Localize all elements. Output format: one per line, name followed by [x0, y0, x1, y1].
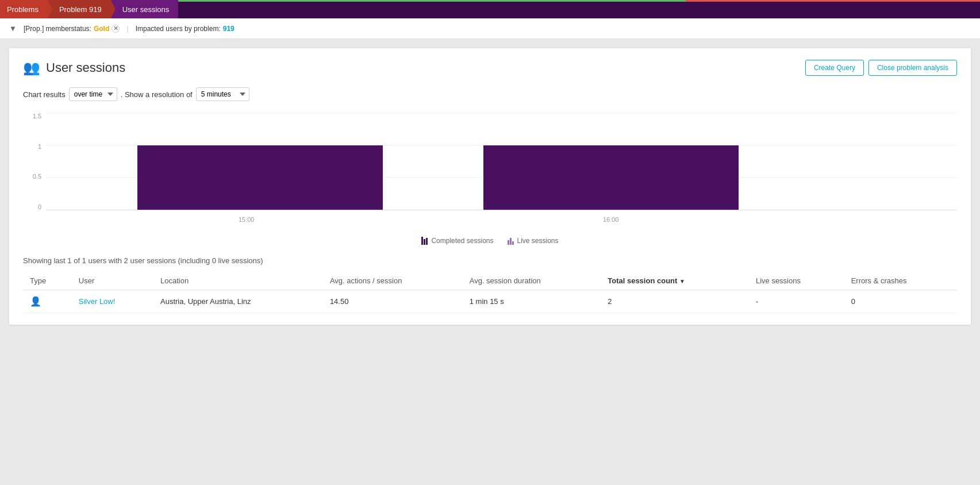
time-select[interactable]: over time — [69, 87, 117, 101]
legend-live-label: Live sessions — [517, 237, 559, 245]
filter-problem-link[interactable]: 919 — [223, 25, 235, 33]
chart-controls: Chart results over time . Show a resolut… — [23, 87, 957, 101]
cell-live-sessions: - — [749, 290, 844, 313]
table-body: 👤 Silver Low! Austria, Upper Austria, Li… — [23, 290, 957, 313]
header-buttons: Create Query Close problem analysis — [805, 60, 957, 76]
chart-area — [46, 113, 957, 210]
legend-live: Live sessions — [508, 237, 559, 245]
showing-text: Showing last 1 of 1 users with 2 user se… — [23, 256, 957, 265]
breadcrumb-item-problem919[interactable]: Problem 919 — [48, 0, 111, 18]
main-content: 👥 User sessions Create Query Close probl… — [9, 48, 971, 325]
col-location: Location — [153, 272, 323, 290]
create-query-button[interactable]: Create Query — [805, 60, 864, 76]
breadcrumb: Problems Problem 919 User sessions — [0, 0, 178, 18]
user-link[interactable]: Silver Low! — [79, 297, 116, 306]
col-errors: Errors & crashes — [844, 272, 957, 290]
page-title: User sessions — [46, 60, 125, 75]
filter-problem-tag: Impacted users by problem: 919 — [136, 25, 235, 33]
col-avg-duration: Avg. session duration — [463, 272, 601, 290]
live-sessions-icon — [508, 237, 514, 245]
col-total-sessions[interactable]: Total session count ▼ — [601, 272, 749, 290]
cell-total-sessions: 2 — [601, 290, 749, 313]
legend-completed-label: Completed sessions — [431, 237, 493, 245]
page-title-row: 👥 User sessions — [23, 60, 125, 76]
y-label-0: 0 — [38, 203, 41, 210]
filter-separator: | — [126, 24, 128, 33]
filter-tag-label: [Prop.] memberstatus: — [24, 25, 91, 33]
col-live-sessions: Live sessions — [749, 272, 844, 290]
content-header: 👥 User sessions Create Query Close probl… — [23, 60, 957, 76]
chart-bar-2 — [483, 145, 739, 210]
x-label-16: 16:00 — [603, 216, 619, 223]
table-header: Type User Location Avg. actions / sessio… — [23, 272, 957, 290]
filter-tag-memberstatus: [Prop.] memberstatus: Gold ✕ — [24, 25, 120, 33]
breadcrumb-item-problems[interactable]: Problems — [0, 0, 48, 18]
cell-errors: 0 — [844, 290, 957, 313]
cell-type: 👤 — [23, 290, 72, 313]
chart-container: 1.5 1 0.5 0 15:00 16:00 — [23, 113, 957, 228]
data-table: Type User Location Avg. actions / sessio… — [23, 272, 957, 313]
cell-avg-actions: 14.50 — [323, 290, 463, 313]
chart-y-axis: 1.5 1 0.5 0 — [23, 113, 46, 210]
resolution-label: . Show a resolution of — [121, 90, 193, 99]
filter-problem-label: Impacted users by problem: — [136, 25, 221, 33]
user-type-icon: 👤 — [30, 297, 41, 306]
resolution-select[interactable]: 5 minutes 10 minutes 30 minutes — [196, 87, 249, 101]
col-type: Type — [23, 272, 72, 290]
grid-line-top — [46, 113, 957, 113]
legend-completed: Completed sessions — [421, 237, 493, 245]
filter-icon: ▼ — [9, 24, 17, 33]
sort-arrow-icon: ▼ — [679, 278, 685, 284]
chart-bar-1 — [137, 145, 383, 210]
table-row: 👤 Silver Low! Austria, Upper Austria, Li… — [23, 290, 957, 313]
breadcrumb-item-usersessions[interactable]: User sessions — [111, 0, 179, 18]
filter-tag-close-button[interactable]: ✕ — [112, 25, 120, 33]
y-label-0.5: 0.5 — [33, 173, 41, 180]
filter-tag-value: Gold — [94, 25, 109, 33]
filter-bar: ▼ [Prop.] memberstatus: Gold ✕ | Impacte… — [0, 18, 980, 39]
completed-sessions-icon — [421, 237, 428, 245]
y-label-1.5: 1.5 — [33, 113, 41, 120]
cell-avg-duration: 1 min 15 s — [463, 290, 601, 313]
col-user: User — [72, 272, 153, 290]
x-label-15: 15:00 — [239, 216, 255, 223]
top-bar: Problems Problem 919 User sessions — [0, 0, 980, 18]
cell-location: Austria, Upper Austria, Linz — [153, 290, 323, 313]
y-label-1: 1 — [38, 143, 41, 150]
chart-legend: Completed sessions Live sessions — [23, 237, 957, 245]
cell-user: Silver Low! — [72, 290, 153, 313]
users-icon: 👥 — [23, 60, 40, 76]
chart-x-axis: 15:00 16:00 — [46, 216, 957, 228]
chart-results-label: Chart results — [23, 90, 66, 99]
col-avg-actions: Avg. actions / session — [323, 272, 463, 290]
close-analysis-button[interactable]: Close problem analysis — [868, 60, 957, 76]
